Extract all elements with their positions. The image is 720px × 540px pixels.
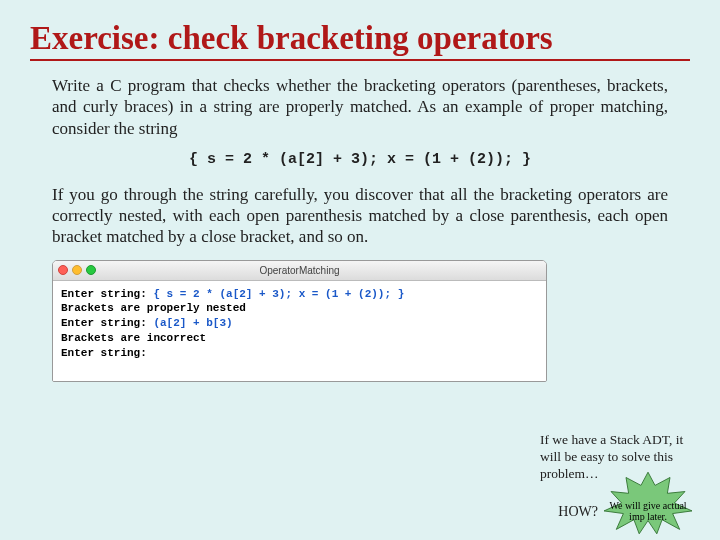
terminal-window: OperatorMatching Enter string: { s = 2 *… <box>52 260 547 382</box>
console-output: Enter string: { s = 2 * (a[2] + 3); x = … <box>53 281 546 381</box>
close-icon[interactable] <box>58 265 68 275</box>
minimize-icon[interactable] <box>72 265 82 275</box>
window-title: OperatorMatching <box>259 265 339 276</box>
console-line: Enter string: <box>61 346 538 361</box>
paragraph-1: Write a C program that checks whether th… <box>52 75 668 139</box>
how-label: HOW? <box>558 504 598 520</box>
console-line: Enter string: (a[2] + b[3) <box>61 316 538 331</box>
starburst-text: We will give actual imp later. <box>608 500 688 522</box>
zoom-icon[interactable] <box>86 265 96 275</box>
console-line: Enter string: { s = 2 * (a[2] + 3); x = … <box>61 287 538 302</box>
window-titlebar: OperatorMatching <box>53 261 546 281</box>
code-example: { s = 2 * (a[2] + 3); x = (1 + (2)); } <box>30 151 690 168</box>
console-line: Brackets are incorrect <box>61 331 538 346</box>
paragraph-2: If you go through the string carefully, … <box>52 184 668 248</box>
console-line: Brackets are properly nested <box>61 301 538 316</box>
traffic-lights <box>58 265 96 275</box>
slide-title: Exercise: check bracketing operators <box>30 20 690 61</box>
